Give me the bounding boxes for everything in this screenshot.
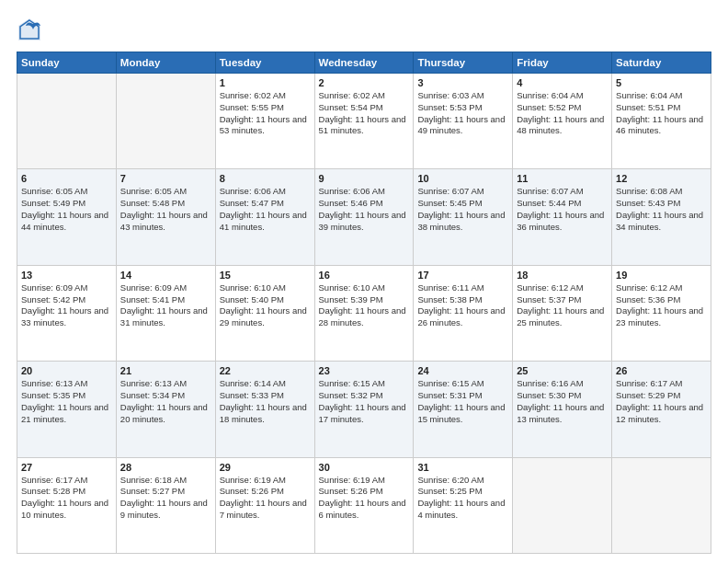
day-info: Sunrise: 6:17 AM Sunset: 5:28 PM Dayligh… — [21, 475, 112, 522]
day-info: Sunrise: 6:15 AM Sunset: 5:31 PM Dayligh… — [417, 378, 508, 425]
day-info: Sunrise: 6:12 AM Sunset: 5:36 PM Dayligh… — [616, 282, 707, 329]
day-header-friday: Friday — [513, 52, 612, 74]
day-info: Sunrise: 6:12 AM Sunset: 5:37 PM Dayligh… — [517, 282, 608, 329]
day-number: 25 — [517, 365, 608, 376]
day-info: Sunrise: 6:05 AM Sunset: 5:49 PM Dayligh… — [21, 186, 112, 233]
day-info: Sunrise: 6:06 AM Sunset: 5:46 PM Dayligh… — [319, 186, 410, 233]
day-number: 20 — [21, 365, 112, 376]
calendar-cell: 7Sunrise: 6:05 AM Sunset: 5:48 PM Daylig… — [116, 169, 215, 265]
day-number: 13 — [21, 270, 112, 281]
day-number: 2 — [319, 77, 410, 88]
day-header-tuesday: Tuesday — [215, 52, 314, 74]
day-info: Sunrise: 6:18 AM Sunset: 5:27 PM Dayligh… — [120, 475, 211, 522]
day-number: 26 — [616, 365, 707, 376]
calendar-cell: 22Sunrise: 6:14 AM Sunset: 5:33 PM Dayli… — [215, 362, 314, 457]
calendar-cell: 8Sunrise: 6:06 AM Sunset: 5:47 PM Daylig… — [215, 169, 314, 265]
day-info: Sunrise: 6:04 AM Sunset: 5:51 PM Dayligh… — [616, 90, 707, 137]
svg-marker-1 — [18, 18, 40, 40]
logo — [17, 17, 46, 42]
calendar-cell: 20Sunrise: 6:13 AM Sunset: 5:35 PM Dayli… — [17, 362, 117, 457]
calendar-cell: 27Sunrise: 6:17 AM Sunset: 5:28 PM Dayli… — [17, 457, 117, 553]
calendar-cell: 13Sunrise: 6:09 AM Sunset: 5:42 PM Dayli… — [17, 265, 117, 361]
calendar-cell: 15Sunrise: 6:10 AM Sunset: 5:40 PM Dayli… — [215, 265, 314, 361]
calendar-cell: 26Sunrise: 6:17 AM Sunset: 5:29 PM Dayli… — [612, 362, 711, 457]
calendar-cell: 10Sunrise: 6:07 AM Sunset: 5:45 PM Dayli… — [414, 169, 513, 265]
calendar-week-row: 6Sunrise: 6:05 AM Sunset: 5:49 PM Daylig… — [17, 169, 711, 265]
day-header-sunday: Sunday — [17, 52, 117, 74]
day-number: 30 — [319, 462, 410, 473]
day-info: Sunrise: 6:15 AM Sunset: 5:32 PM Dayligh… — [319, 378, 410, 425]
calendar-cell: 31Sunrise: 6:20 AM Sunset: 5:25 PM Dayli… — [414, 457, 513, 553]
day-info: Sunrise: 6:10 AM Sunset: 5:40 PM Dayligh… — [220, 282, 311, 329]
day-header-thursday: Thursday — [414, 52, 513, 74]
calendar-header-row: SundayMondayTuesdayWednesdayThursdayFrid… — [17, 52, 711, 74]
day-number: 28 — [120, 462, 211, 473]
day-info: Sunrise: 6:09 AM Sunset: 5:41 PM Dayligh… — [120, 282, 211, 329]
day-header-monday: Monday — [116, 52, 215, 74]
page: SundayMondayTuesdayWednesdayThursdayFrid… — [0, 0, 728, 563]
day-info: Sunrise: 6:03 AM Sunset: 5:53 PM Dayligh… — [417, 90, 508, 137]
day-number: 12 — [616, 173, 707, 184]
day-info: Sunrise: 6:19 AM Sunset: 5:26 PM Dayligh… — [220, 475, 311, 522]
calendar-cell: 19Sunrise: 6:12 AM Sunset: 5:36 PM Dayli… — [612, 265, 711, 361]
calendar-cell: 21Sunrise: 6:13 AM Sunset: 5:34 PM Dayli… — [116, 362, 215, 457]
calendar-cell: 23Sunrise: 6:15 AM Sunset: 5:32 PM Dayli… — [314, 362, 414, 457]
calendar-cell: 6Sunrise: 6:05 AM Sunset: 5:49 PM Daylig… — [17, 169, 117, 265]
day-info: Sunrise: 6:09 AM Sunset: 5:42 PM Dayligh… — [21, 282, 112, 329]
calendar-week-row: 27Sunrise: 6:17 AM Sunset: 5:28 PM Dayli… — [17, 457, 711, 553]
day-number: 21 — [120, 365, 211, 376]
calendar-cell: 5Sunrise: 6:04 AM Sunset: 5:51 PM Daylig… — [612, 74, 711, 169]
calendar-week-row: 13Sunrise: 6:09 AM Sunset: 5:42 PM Dayli… — [17, 265, 711, 361]
calendar-cell: 4Sunrise: 6:04 AM Sunset: 5:52 PM Daylig… — [513, 74, 612, 169]
calendar-cell: 2Sunrise: 6:02 AM Sunset: 5:54 PM Daylig… — [314, 74, 414, 169]
calendar-cell: 25Sunrise: 6:16 AM Sunset: 5:30 PM Dayli… — [513, 362, 612, 457]
day-info: Sunrise: 6:13 AM Sunset: 5:35 PM Dayligh… — [21, 378, 112, 425]
day-number: 24 — [417, 365, 508, 376]
day-info: Sunrise: 6:08 AM Sunset: 5:43 PM Dayligh… — [616, 186, 707, 233]
day-info: Sunrise: 6:13 AM Sunset: 5:34 PM Dayligh… — [120, 378, 211, 425]
calendar-cell: 28Sunrise: 6:18 AM Sunset: 5:27 PM Dayli… — [116, 457, 215, 553]
calendar-week-row: 1Sunrise: 6:02 AM Sunset: 5:55 PM Daylig… — [17, 74, 711, 169]
calendar-cell: 9Sunrise: 6:06 AM Sunset: 5:46 PM Daylig… — [314, 169, 414, 265]
day-info: Sunrise: 6:14 AM Sunset: 5:33 PM Dayligh… — [220, 378, 311, 425]
day-info: Sunrise: 6:02 AM Sunset: 5:54 PM Dayligh… — [319, 90, 410, 137]
day-number: 10 — [417, 173, 508, 184]
calendar-cell: 3Sunrise: 6:03 AM Sunset: 5:53 PM Daylig… — [414, 74, 513, 169]
day-number: 8 — [220, 173, 311, 184]
calendar-cell: 14Sunrise: 6:09 AM Sunset: 5:41 PM Dayli… — [116, 265, 215, 361]
day-number: 27 — [21, 462, 112, 473]
day-info: Sunrise: 6:02 AM Sunset: 5:55 PM Dayligh… — [220, 90, 311, 137]
calendar-cell: 30Sunrise: 6:19 AM Sunset: 5:26 PM Dayli… — [314, 457, 414, 553]
day-number: 1 — [220, 77, 311, 88]
day-info: Sunrise: 6:16 AM Sunset: 5:30 PM Dayligh… — [517, 378, 608, 425]
day-number: 6 — [21, 173, 112, 184]
calendar-week-row: 20Sunrise: 6:13 AM Sunset: 5:35 PM Dayli… — [17, 362, 711, 457]
day-number: 29 — [220, 462, 311, 473]
logo-icon — [17, 17, 42, 42]
day-info: Sunrise: 6:07 AM Sunset: 5:44 PM Dayligh… — [517, 186, 608, 233]
day-number: 14 — [120, 270, 211, 281]
calendar-cell: 11Sunrise: 6:07 AM Sunset: 5:44 PM Dayli… — [513, 169, 612, 265]
day-number: 19 — [616, 270, 707, 281]
calendar-cell: 18Sunrise: 6:12 AM Sunset: 5:37 PM Dayli… — [513, 265, 612, 361]
day-number: 31 — [417, 462, 508, 473]
day-number: 11 — [517, 173, 608, 184]
calendar-cell: 17Sunrise: 6:11 AM Sunset: 5:38 PM Dayli… — [414, 265, 513, 361]
day-info: Sunrise: 6:20 AM Sunset: 5:25 PM Dayligh… — [417, 475, 508, 522]
day-number: 22 — [220, 365, 311, 376]
day-header-saturday: Saturday — [612, 52, 711, 74]
day-info: Sunrise: 6:19 AM Sunset: 5:26 PM Dayligh… — [319, 475, 410, 522]
calendar-cell: 24Sunrise: 6:15 AM Sunset: 5:31 PM Dayli… — [414, 362, 513, 457]
day-header-wednesday: Wednesday — [314, 52, 414, 74]
day-number: 18 — [517, 270, 608, 281]
calendar-cell: 12Sunrise: 6:08 AM Sunset: 5:43 PM Dayli… — [612, 169, 711, 265]
day-number: 7 — [120, 173, 211, 184]
day-number: 4 — [517, 77, 608, 88]
calendar-cell — [513, 457, 612, 553]
day-number: 9 — [319, 173, 410, 184]
calendar-cell: 29Sunrise: 6:19 AM Sunset: 5:26 PM Dayli… — [215, 457, 314, 553]
header — [17, 17, 711, 42]
calendar-cell — [612, 457, 711, 553]
day-number: 3 — [417, 77, 508, 88]
day-info: Sunrise: 6:11 AM Sunset: 5:38 PM Dayligh… — [417, 282, 508, 329]
